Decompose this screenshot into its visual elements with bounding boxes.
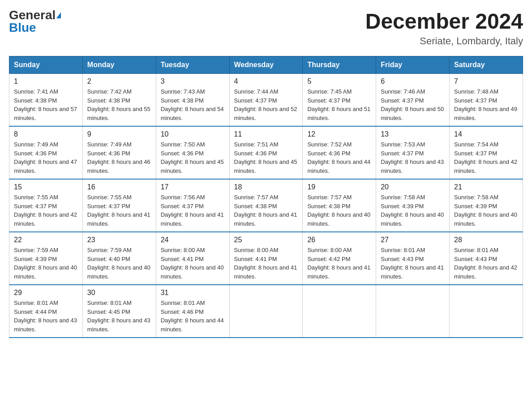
- weekday-header-monday: Monday: [82, 56, 156, 74]
- calendar-cell: 24 Sunrise: 8:00 AMSunset: 4:41 PMDaylig…: [156, 232, 229, 285]
- calendar-cell: 11 Sunrise: 7:51 AMSunset: 4:36 PMDaylig…: [229, 126, 303, 179]
- day-number: 17: [161, 183, 225, 191]
- day-number: 15: [14, 183, 78, 191]
- day-info: Sunrise: 7:49 AMSunset: 4:36 PMDaylight:…: [87, 140, 151, 175]
- calendar-cell: 14 Sunrise: 7:54 AMSunset: 4:37 PMDaylig…: [450, 126, 523, 179]
- calendar-cell: 30 Sunrise: 8:01 AMSunset: 4:45 PMDaylig…: [82, 285, 156, 338]
- page-header: General Blue December 2024 Seriate, Lomb…: [9, 9, 523, 47]
- day-info: Sunrise: 7:57 AMSunset: 4:38 PMDaylight:…: [307, 193, 371, 228]
- calendar-cell: 18 Sunrise: 7:57 AMSunset: 4:38 PMDaylig…: [229, 179, 303, 232]
- calendar-cell: 27 Sunrise: 8:01 AMSunset: 4:43 PMDaylig…: [376, 232, 450, 285]
- calendar-cell: 3 Sunrise: 7:43 AMSunset: 4:38 PMDayligh…: [156, 74, 229, 127]
- day-info: Sunrise: 8:01 AMSunset: 4:45 PMDaylight:…: [87, 299, 151, 334]
- calendar-cell: 8 Sunrise: 7:49 AMSunset: 4:36 PMDayligh…: [9, 126, 83, 179]
- day-number: 10: [161, 130, 225, 138]
- calendar-cell: 10 Sunrise: 7:50 AMSunset: 4:36 PMDaylig…: [156, 126, 229, 179]
- day-number: 31: [161, 289, 225, 297]
- day-info: Sunrise: 7:56 AMSunset: 4:37 PMDaylight:…: [161, 193, 225, 228]
- calendar-cell: 23 Sunrise: 7:59 AMSunset: 4:40 PMDaylig…: [82, 232, 156, 285]
- calendar-cell: 12 Sunrise: 7:52 AMSunset: 4:36 PMDaylig…: [303, 126, 376, 179]
- month-title: December 2024: [365, 9, 523, 34]
- logo: General Blue: [9, 9, 61, 34]
- day-number: 28: [454, 236, 518, 244]
- calendar-week-row: 15 Sunrise: 7:55 AMSunset: 4:37 PMDaylig…: [9, 179, 523, 232]
- day-info: Sunrise: 7:46 AMSunset: 4:37 PMDaylight:…: [381, 87, 445, 122]
- calendar-cell: 15 Sunrise: 7:55 AMSunset: 4:37 PMDaylig…: [9, 179, 83, 232]
- calendar-cell: [303, 285, 376, 338]
- location-title: Seriate, Lombardy, Italy: [365, 35, 523, 47]
- day-number: 20: [381, 183, 445, 191]
- weekday-header-thursday: Thursday: [303, 56, 376, 74]
- weekday-header-tuesday: Tuesday: [156, 56, 229, 74]
- calendar-cell: 9 Sunrise: 7:49 AMSunset: 4:36 PMDayligh…: [82, 126, 156, 179]
- calendar-cell: 4 Sunrise: 7:44 AMSunset: 4:37 PMDayligh…: [229, 74, 303, 127]
- day-number: 27: [381, 236, 445, 244]
- day-number: 24: [161, 236, 225, 244]
- weekday-header-sunday: Sunday: [9, 56, 83, 74]
- calendar-cell: 6 Sunrise: 7:46 AMSunset: 4:37 PMDayligh…: [376, 74, 450, 127]
- day-info: Sunrise: 8:00 AMSunset: 4:41 PMDaylight:…: [234, 246, 298, 281]
- calendar-cell: 31 Sunrise: 8:01 AMSunset: 4:46 PMDaylig…: [156, 285, 229, 338]
- day-number: 13: [381, 130, 445, 138]
- day-number: 29: [14, 289, 78, 297]
- day-info: Sunrise: 7:49 AMSunset: 4:36 PMDaylight:…: [14, 140, 78, 175]
- calendar-week-row: 29 Sunrise: 8:01 AMSunset: 4:44 PMDaylig…: [9, 285, 523, 338]
- day-number: 21: [454, 183, 518, 191]
- day-number: 14: [454, 130, 518, 138]
- day-number: 11: [234, 130, 298, 138]
- title-block: December 2024 Seriate, Lombardy, Italy: [365, 9, 523, 47]
- day-number: 4: [234, 77, 298, 86]
- weekday-header-friday: Friday: [376, 56, 450, 74]
- weekday-header-saturday: Saturday: [450, 56, 523, 74]
- day-info: Sunrise: 7:52 AMSunset: 4:36 PMDaylight:…: [307, 140, 371, 175]
- day-info: Sunrise: 8:01 AMSunset: 4:43 PMDaylight:…: [381, 246, 445, 281]
- calendar-week-row: 1 Sunrise: 7:41 AMSunset: 4:38 PMDayligh…: [9, 74, 523, 127]
- day-number: 2: [87, 77, 151, 86]
- calendar-cell: 21 Sunrise: 7:58 AMSunset: 4:39 PMDaylig…: [450, 179, 523, 232]
- day-info: Sunrise: 8:00 AMSunset: 4:41 PMDaylight:…: [161, 246, 225, 281]
- calendar-cell: 2 Sunrise: 7:42 AMSunset: 4:38 PMDayligh…: [82, 74, 156, 127]
- day-info: Sunrise: 8:01 AMSunset: 4:44 PMDaylight:…: [14, 299, 78, 334]
- day-number: 12: [307, 130, 371, 138]
- calendar-cell: 25 Sunrise: 8:00 AMSunset: 4:41 PMDaylig…: [229, 232, 303, 285]
- day-number: 22: [14, 236, 78, 244]
- day-info: Sunrise: 7:53 AMSunset: 4:37 PMDaylight:…: [381, 140, 445, 175]
- day-number: 19: [307, 183, 371, 191]
- calendar-cell: 13 Sunrise: 7:53 AMSunset: 4:37 PMDaylig…: [376, 126, 450, 179]
- calendar-cell: 5 Sunrise: 7:45 AMSunset: 4:37 PMDayligh…: [303, 74, 376, 127]
- logo-general-text: General: [9, 9, 56, 21]
- day-info: Sunrise: 7:55 AMSunset: 4:37 PMDaylight:…: [87, 193, 151, 228]
- day-info: Sunrise: 7:42 AMSunset: 4:38 PMDaylight:…: [87, 87, 151, 122]
- weekday-header-wednesday: Wednesday: [229, 56, 303, 74]
- day-number: 25: [234, 236, 298, 244]
- day-info: Sunrise: 7:44 AMSunset: 4:37 PMDaylight:…: [234, 87, 298, 122]
- day-number: 9: [87, 130, 151, 138]
- calendar-cell: [376, 285, 450, 338]
- day-number: 26: [307, 236, 371, 244]
- day-info: Sunrise: 7:59 AMSunset: 4:39 PMDaylight:…: [14, 246, 78, 281]
- day-info: Sunrise: 7:57 AMSunset: 4:38 PMDaylight:…: [234, 193, 298, 228]
- calendar-week-row: 8 Sunrise: 7:49 AMSunset: 4:36 PMDayligh…: [9, 126, 523, 179]
- calendar-table: SundayMondayTuesdayWednesdayThursdayFrid…: [9, 56, 523, 338]
- day-info: Sunrise: 7:59 AMSunset: 4:40 PMDaylight:…: [87, 246, 151, 281]
- day-info: Sunrise: 7:55 AMSunset: 4:37 PMDaylight:…: [14, 193, 78, 228]
- day-info: Sunrise: 7:58 AMSunset: 4:39 PMDaylight:…: [381, 193, 445, 228]
- day-info: Sunrise: 7:50 AMSunset: 4:36 PMDaylight:…: [161, 140, 225, 175]
- day-number: 7: [454, 77, 518, 86]
- day-number: 30: [87, 289, 151, 297]
- day-info: Sunrise: 7:41 AMSunset: 4:38 PMDaylight:…: [14, 87, 78, 122]
- calendar-cell: 26 Sunrise: 8:00 AMSunset: 4:42 PMDaylig…: [303, 232, 376, 285]
- day-number: 6: [381, 77, 445, 86]
- logo-blue-text: Blue: [9, 21, 36, 34]
- day-number: 3: [161, 77, 225, 86]
- day-info: Sunrise: 7:58 AMSunset: 4:39 PMDaylight:…: [454, 193, 518, 228]
- calendar-week-row: 22 Sunrise: 7:59 AMSunset: 4:39 PMDaylig…: [9, 232, 523, 285]
- day-number: 8: [14, 130, 78, 138]
- day-info: Sunrise: 7:51 AMSunset: 4:36 PMDaylight:…: [234, 140, 298, 175]
- day-info: Sunrise: 7:54 AMSunset: 4:37 PMDaylight:…: [454, 140, 518, 175]
- calendar-cell: 16 Sunrise: 7:55 AMSunset: 4:37 PMDaylig…: [82, 179, 156, 232]
- day-number: 5: [307, 77, 371, 86]
- calendar-cell: 1 Sunrise: 7:41 AMSunset: 4:38 PMDayligh…: [9, 74, 83, 127]
- day-info: Sunrise: 7:45 AMSunset: 4:37 PMDaylight:…: [307, 87, 371, 122]
- calendar-cell: 7 Sunrise: 7:48 AMSunset: 4:37 PMDayligh…: [450, 74, 523, 127]
